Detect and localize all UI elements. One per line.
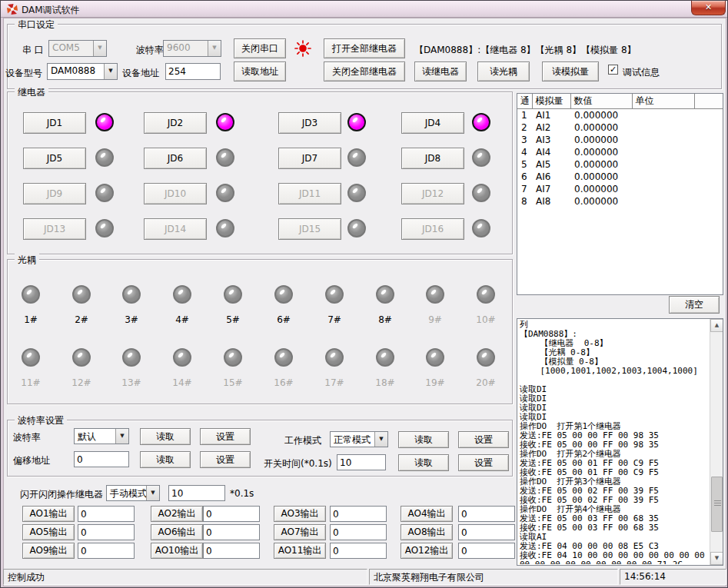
relay-button-jd1[interactable]: JD1 bbox=[23, 112, 86, 134]
chevron-down-icon[interactable]: ▼ bbox=[374, 432, 387, 447]
analog-table-row[interactable]: 2AI20.000000 bbox=[517, 121, 723, 134]
device-address-input[interactable] bbox=[165, 63, 221, 80]
opto-label-3: 3# bbox=[116, 314, 147, 325]
ao-button-12[interactable]: AO12输出 bbox=[401, 543, 453, 559]
ao-button-3[interactable]: AO3输出 bbox=[274, 506, 326, 522]
analog-column-header[interactable]: 通 bbox=[517, 94, 532, 109]
analog-column-header[interactable] bbox=[694, 94, 723, 109]
switch-time-input[interactable] bbox=[337, 454, 386, 470]
ao-input-1[interactable] bbox=[78, 506, 135, 522]
relay-button-jd3[interactable]: JD3 bbox=[278, 112, 341, 134]
ao-input-8[interactable] bbox=[458, 524, 515, 540]
analog-table-row[interactable]: 6AI60.000000 bbox=[517, 171, 723, 183]
scroll-up-icon[interactable]: ▲ bbox=[710, 319, 723, 332]
relay-button-jd13[interactable]: JD13 bbox=[23, 218, 86, 240]
analog-table[interactable]: 通模拟量数值单位1AI10.0000002AI20.0000003AI30.00… bbox=[517, 93, 723, 295]
ao-button-6[interactable]: AO6输出 bbox=[151, 524, 203, 540]
analog-table-row[interactable]: 3AI30.000000 bbox=[517, 134, 723, 146]
analog-column-header[interactable]: 单位 bbox=[632, 94, 694, 109]
relay-button-jd14[interactable]: JD14 bbox=[144, 218, 207, 240]
debug-info-checkbox[interactable]: ✓ bbox=[608, 65, 618, 75]
read-address-button[interactable]: 读取地址 bbox=[234, 61, 286, 81]
analog-table-row[interactable]: 4AI40.000000 bbox=[517, 146, 723, 158]
ao-button-4[interactable]: AO4输出 bbox=[401, 506, 453, 522]
baud-read-button[interactable]: 读取 bbox=[140, 428, 191, 445]
ao-input-5[interactable] bbox=[78, 524, 135, 540]
ao-input-3[interactable] bbox=[330, 506, 387, 522]
ao-button-10[interactable]: AO10输出 bbox=[151, 543, 203, 559]
scroll-thumb[interactable] bbox=[711, 477, 723, 532]
analog-table-row[interactable]: 1AI10.000000 bbox=[517, 109, 723, 121]
opto-grid: 1#2#3#4#5#6#7#8#9#10#11#12#13#14#15#16#1… bbox=[8, 260, 512, 404]
work-mode-set-button[interactable]: 设置 bbox=[458, 431, 509, 448]
ao-grid: AO1输出AO2输出AO3输出AO4输出AO5输出AO6输出AO7输出AO8输出… bbox=[1, 500, 531, 566]
read-relay-button[interactable]: 读继电器 bbox=[414, 61, 467, 81]
serial-port-combo[interactable]: COM5 ▼ bbox=[48, 40, 107, 57]
analog-column-header[interactable]: 模拟量 bbox=[532, 94, 570, 109]
chevron-down-icon[interactable]: ▼ bbox=[93, 41, 106, 56]
baud-combo[interactable]: 9600 ▼ bbox=[163, 40, 221, 57]
analog-column-header[interactable]: 数值 bbox=[570, 94, 632, 109]
analog-table-row[interactable]: 5AI50.000000 bbox=[517, 158, 723, 171]
relay-button-jd15[interactable]: JD15 bbox=[278, 218, 341, 240]
ao-input-12[interactable] bbox=[458, 543, 515, 559]
relay-button-jd11[interactable]: JD11 bbox=[278, 183, 341, 204]
ao-input-10[interactable] bbox=[203, 543, 260, 559]
relay-button-jd12[interactable]: JD12 bbox=[401, 183, 464, 204]
switch-time-set-button[interactable]: 设置 bbox=[458, 454, 509, 471]
offset-address-input[interactable] bbox=[74, 451, 129, 467]
ao-input-6[interactable] bbox=[203, 524, 260, 540]
ao-button-7[interactable]: AO7输出 bbox=[274, 524, 326, 540]
relay-button-jd7[interactable]: JD7 bbox=[278, 148, 341, 169]
flash-mode-combo[interactable]: 手动模式 ▼ bbox=[106, 485, 160, 501]
relay-button-jd2[interactable]: JD2 bbox=[144, 112, 207, 134]
work-mode-combo[interactable]: 正常模式 ▼ bbox=[330, 431, 388, 447]
read-opto-button[interactable]: 读光耦 bbox=[477, 61, 530, 81]
flash-time-input[interactable] bbox=[168, 485, 225, 501]
close-button[interactable]: ✕ bbox=[691, 1, 726, 15]
chevron-down-icon[interactable]: ▼ bbox=[208, 41, 221, 56]
opto-label-8: 8# bbox=[370, 314, 401, 325]
relay-button-jd5[interactable]: JD5 bbox=[23, 148, 86, 169]
relay-button-jd6[interactable]: JD6 bbox=[144, 148, 207, 169]
offset-read-button[interactable]: 读取 bbox=[140, 451, 191, 468]
chevron-down-icon[interactable]: ▼ bbox=[115, 429, 128, 443]
opto-led-11 bbox=[22, 348, 40, 367]
relay-button-jd16[interactable]: JD16 bbox=[401, 218, 464, 240]
ao-button-9[interactable]: AO9输出 bbox=[22, 543, 75, 559]
clear-log-button[interactable]: 清空 bbox=[669, 296, 720, 314]
ao-input-9[interactable] bbox=[78, 543, 135, 559]
relay-button-jd8[interactable]: JD8 bbox=[401, 148, 464, 169]
baud-setting-combo[interactable]: 默认 ▼ bbox=[74, 428, 129, 444]
ao-input-4[interactable] bbox=[458, 506, 515, 522]
switch-time-read-button[interactable]: 读取 bbox=[398, 454, 449, 471]
scroll-down-icon[interactable]: ▼ bbox=[710, 552, 723, 565]
close-serial-button[interactable]: 关闭串口 bbox=[234, 38, 286, 58]
work-mode-read-button[interactable]: 读取 bbox=[398, 431, 449, 448]
ao-button-11[interactable]: AO11输出 bbox=[274, 543, 326, 559]
ao-input-2[interactable] bbox=[203, 506, 260, 522]
log-scrollbar[interactable]: ▲ ▼ bbox=[710, 319, 723, 565]
relay-button-jd9[interactable]: JD9 bbox=[23, 183, 86, 204]
relay-button-jd4[interactable]: JD4 bbox=[401, 112, 464, 134]
read-analog-button[interactable]: 读模拟量 bbox=[542, 61, 599, 81]
ao-input-11[interactable] bbox=[330, 543, 387, 559]
ao-input-7[interactable] bbox=[330, 524, 387, 540]
chevron-down-icon[interactable]: ▼ bbox=[104, 64, 117, 79]
chevron-down-icon[interactable]: ▼ bbox=[146, 486, 159, 500]
log-text[interactable]: 列 【DAM0888】: 【继电器 0-8】 【光耦 0-8】 【模拟量 0-8… bbox=[517, 320, 710, 564]
ao-button-2[interactable]: AO2输出 bbox=[151, 506, 203, 522]
close-all-relays-button[interactable]: 关闭全部继电器 bbox=[324, 61, 405, 81]
open-all-relays-button[interactable]: 打开全部继电器 bbox=[324, 38, 405, 58]
analog-table-row[interactable]: 7AI70.000000 bbox=[517, 183, 723, 195]
device-model-combo[interactable]: DAM0888 ▼ bbox=[47, 63, 118, 80]
ao-button-8[interactable]: AO8输出 bbox=[401, 524, 453, 540]
ao-button-5[interactable]: AO5输出 bbox=[22, 524, 75, 540]
title-bar[interactable]: DAM调试软件 ✕ bbox=[1, 1, 727, 18]
baud-set-button[interactable]: 设置 bbox=[200, 428, 251, 445]
opto-group: 光耦 1#2#3#4#5#6#7#8#9#10#11#12#13#14#15#1… bbox=[7, 259, 513, 404]
analog-table-row[interactable]: 8AI80.000000 bbox=[517, 195, 723, 208]
relay-button-jd10[interactable]: JD10 bbox=[144, 183, 207, 204]
offset-set-button[interactable]: 设置 bbox=[200, 451, 251, 468]
ao-button-1[interactable]: AO1输出 bbox=[22, 506, 75, 522]
